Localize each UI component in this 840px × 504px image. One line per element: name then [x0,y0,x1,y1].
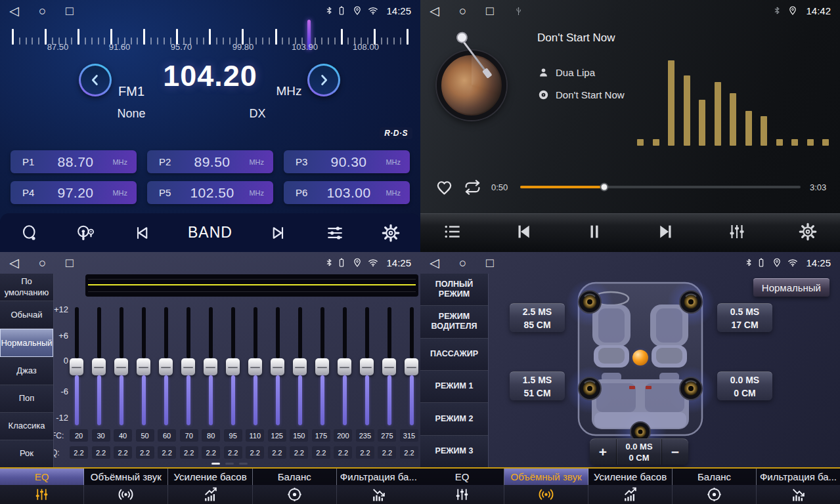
tune-up-button[interactable] [307,64,340,96]
slider-knob[interactable] [92,358,106,375]
slider-knob[interactable] [159,358,173,375]
broadcast-button[interactable] [76,223,95,243]
subwoofer-filter-icon[interactable] [757,485,840,504]
eq-preset-2[interactable]: Нормальный [0,329,53,357]
tab-surround-sound[interactable]: Объёмный звук [84,469,168,485]
listening-position-ball[interactable] [632,350,648,366]
eq-band-slider[interactable] [92,307,106,425]
mode-2[interactable]: ПАССАЖИР [420,339,488,371]
scan-button[interactable] [20,223,39,243]
favorite-button[interactable] [435,178,454,197]
eq-preset-6[interactable]: Рок [0,440,53,467]
nav-home-icon[interactable]: ○ [459,257,466,269]
nav-back-icon[interactable]: ◁ [430,5,439,17]
eq-band-slider[interactable] [293,307,307,425]
bass-boost-icon[interactable] [168,485,252,504]
slider-knob[interactable] [248,358,262,375]
subwoofer-filter-icon[interactable] [337,485,420,504]
nav-recents-icon[interactable]: □ [66,257,73,269]
playlist-button[interactable] [443,222,462,244]
progress-knob[interactable] [600,183,609,192]
slider-knob[interactable] [70,358,83,375]
preset-P1[interactable]: P188.70MHz [11,150,137,173]
slider-knob[interactable] [137,358,150,375]
eq-band-slider[interactable] [248,307,262,425]
tune-down-button[interactable] [79,64,112,96]
balance-icon[interactable] [253,485,337,504]
repeat-button[interactable] [463,178,482,197]
eq-band-slider[interactable] [114,307,128,425]
slider-knob[interactable] [360,358,374,375]
eq-sliders-icon[interactable] [0,485,84,504]
eq-band-slider[interactable] [226,307,240,425]
eq-sliders-icon[interactable] [420,485,504,504]
nav-home-icon[interactable]: ○ [39,257,46,269]
mode-4[interactable]: РЕЖИМ 2 [420,403,488,435]
eq-preset-3[interactable]: Джаз [0,357,53,385]
preset-P2[interactable]: P289.50MHz [147,150,273,173]
mode-1[interactable]: РЕЖИМ ВОДИТЕЛЯ [420,306,488,338]
surround-sound-icon[interactable] [504,485,588,504]
seek-down-button[interactable] [132,223,152,243]
band-button[interactable]: BAND [188,224,232,242]
tab-bass-boost[interactable]: Усиление басов [588,469,673,485]
eq-band-slider[interactable] [159,307,173,425]
pause-button[interactable] [585,222,604,244]
nav-recents-icon[interactable]: □ [486,5,493,17]
mode-3[interactable]: РЕЖИМ 1 [420,371,488,403]
nav-home-icon[interactable]: ○ [459,5,466,17]
nav-recents-icon[interactable]: □ [66,5,73,17]
eq-band-slider[interactable] [315,307,329,425]
seek-up-button[interactable] [269,223,288,243]
slider-knob[interactable] [382,358,396,375]
tab-bass-boost[interactable]: Усиление басов [168,469,252,485]
slider-knob[interactable] [293,358,307,375]
preset-P4[interactable]: P497.20MHz [11,181,137,204]
eq-shortcut-button[interactable] [325,223,345,243]
eq-band-slider[interactable] [70,307,83,425]
eq-band-slider[interactable] [382,307,396,425]
bass-boost-icon[interactable] [588,485,673,504]
eq-preset-5[interactable]: Классика [0,413,53,440]
tab-eq[interactable]: EQ [420,469,504,485]
tab-eq[interactable]: EQ [0,469,84,485]
slider-knob[interactable] [204,358,217,375]
eq-band-slider[interactable] [360,307,374,425]
preset-P5[interactable]: P5102.50MHz [147,181,273,204]
nav-back-icon[interactable]: ◁ [9,5,19,17]
slider-knob[interactable] [271,358,284,375]
tab-balance[interactable]: Баланс [673,469,757,485]
eq-band-slider[interactable] [338,307,351,425]
next-track-button[interactable] [656,222,676,244]
eq-band-slider[interactable] [271,307,284,425]
eq-band-slider[interactable] [405,307,418,425]
tab-subwoofer-filter[interactable]: Фильтрация ба... [757,469,840,485]
tab-surround-sound[interactable]: Объёмный звук [504,469,588,485]
previous-track-button[interactable] [514,222,533,244]
decrease-delay-button[interactable]: − [662,439,688,465]
eq-band-slider[interactable] [137,307,150,425]
slider-knob[interactable] [114,358,128,375]
mode-5[interactable]: РЕЖИМ 3 [420,436,488,467]
tab-subwoofer-filter[interactable]: Фильтрация ба... [337,469,420,485]
eq-preset-1[interactable]: Обычай [0,301,53,329]
tab-balance[interactable]: Баланс [253,469,337,485]
preset-P6[interactable]: P6103.00MHz [284,181,410,204]
preset-P3[interactable]: P390.30MHz [284,150,410,173]
slider-knob[interactable] [181,358,195,375]
seek-bar[interactable] [520,186,801,188]
slider-knob[interactable] [226,358,240,375]
eq-preset-4[interactable]: Поп [0,385,53,413]
eq-preset-0[interactable]: По умолчанию [0,274,53,301]
slider-knob[interactable] [338,358,351,375]
increase-delay-button[interactable]: + [590,439,616,465]
sound-profile-button[interactable]: Нормальный [753,278,829,297]
slider-knob[interactable] [405,358,418,375]
slider-knob[interactable] [315,358,329,375]
settings-button[interactable] [798,222,818,244]
nav-back-icon[interactable]: ◁ [9,257,19,269]
balance-icon[interactable] [673,485,757,504]
nav-recents-icon[interactable]: □ [486,257,493,269]
eq-band-slider[interactable] [181,307,195,425]
nav-back-icon[interactable]: ◁ [430,257,439,269]
